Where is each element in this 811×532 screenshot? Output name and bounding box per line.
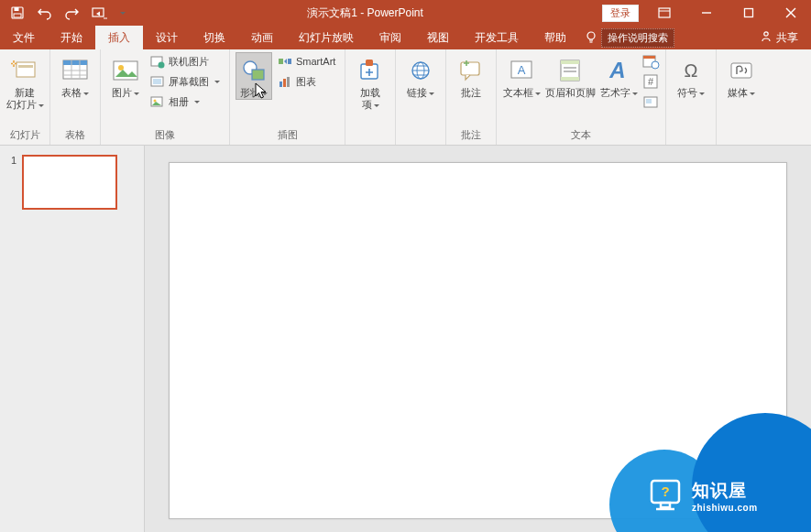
shapes-button[interactable]: 形状: [236, 52, 272, 100]
share-icon: [760, 30, 773, 46]
symbol-button[interactable]: Ω 符号: [672, 52, 710, 99]
watermark-text: 知识屋 zhishiwu.com: [692, 479, 758, 513]
slide-number-button[interactable]: #: [641, 72, 660, 91]
tab-review[interactable]: 审阅: [367, 26, 414, 49]
maximize-button[interactable]: [729, 0, 769, 26]
svg-rect-14: [16, 62, 35, 77]
svg-point-26: [159, 62, 165, 69]
redo-button[interactable]: [60, 2, 84, 24]
svg-rect-28: [153, 79, 161, 84]
undo-button[interactable]: [33, 2, 57, 24]
table-icon: [60, 56, 90, 85]
bulb-icon: [585, 30, 597, 46]
screenshot-button[interactable]: 屏幕截图: [147, 72, 224, 91]
close-button[interactable]: [771, 0, 811, 26]
tab-developer[interactable]: 开发工具: [462, 26, 532, 49]
chart-label: 图表: [296, 75, 316, 89]
watermark-cn: 知识屋: [692, 479, 758, 503]
svg-point-13: [764, 31, 768, 35]
svg-text:A: A: [518, 63, 526, 77]
group-links-label: [401, 140, 440, 145]
tab-view[interactable]: 视图: [414, 26, 462, 49]
group-illustrations: 形状 SmartArt 图表 插图: [230, 49, 345, 145]
object-button[interactable]: [641, 92, 660, 111]
svg-rect-36: [283, 79, 286, 87]
minimize-button[interactable]: [686, 0, 727, 26]
svg-text:#: #: [648, 76, 654, 87]
smartart-icon: [278, 54, 292, 69]
online-pictures-button[interactable]: 联机图片: [147, 52, 224, 71]
link-button[interactable]: 链接: [401, 52, 440, 99]
textbox-label: 文本框: [503, 87, 541, 99]
wordart-label: 艺术字: [600, 87, 638, 99]
svg-rect-7: [745, 9, 753, 17]
tell-me-label: 操作说明搜索: [601, 28, 674, 48]
thumbnail-item[interactable]: 1: [11, 155, 133, 210]
tab-insert[interactable]: 插入: [95, 26, 143, 49]
save-button[interactable]: [5, 2, 29, 24]
tab-home[interactable]: 开始: [48, 26, 95, 49]
textbox-button[interactable]: A 文本框: [502, 52, 541, 99]
chart-button[interactable]: 图表: [274, 72, 339, 91]
quick-access-toolbar: [0, 2, 128, 24]
cursor-icon: [255, 82, 269, 101]
tab-design[interactable]: 设计: [143, 26, 191, 49]
svg-rect-32: [252, 70, 264, 80]
online-pictures-icon: [150, 54, 165, 69]
online-pictures-label: 联机图片: [169, 55, 209, 69]
tab-slideshow[interactable]: 幻灯片放映: [286, 26, 367, 49]
textbox-icon: A: [507, 56, 536, 85]
header-footer-button[interactable]: 页眉和页脚: [542, 52, 597, 99]
new-slide-icon: [10, 56, 39, 85]
svg-rect-4: [659, 8, 670, 17]
login-button[interactable]: 登录: [602, 5, 639, 22]
media-button[interactable]: 媒体: [722, 52, 761, 99]
group-comments: 批注 批注: [446, 49, 497, 145]
share-button[interactable]: 共享: [760, 26, 798, 49]
table-button[interactable]: 表格: [56, 52, 94, 99]
pictures-button[interactable]: 图片: [106, 52, 145, 99]
tab-file[interactable]: 文件: [0, 26, 48, 49]
title-bar-controls: 登录: [602, 0, 811, 26]
thumbnail-number: 1: [11, 155, 16, 210]
new-slide-button[interactable]: 新建 幻灯片: [5, 52, 44, 111]
group-text-label: 文本: [502, 126, 660, 145]
tab-animations[interactable]: 动画: [238, 26, 286, 49]
watermark-url: zhishiwu.com: [692, 503, 758, 513]
photo-album-label: 相册: [169, 95, 189, 109]
ribbon: 新建 幻灯片 幻灯片 表格 表格 图片: [0, 49, 811, 146]
new-slide-label: 新建 幻灯片: [6, 87, 44, 111]
start-from-beginning-button[interactable]: [88, 2, 112, 24]
tell-me-search[interactable]: 操作说明搜索: [585, 26, 674, 49]
date-time-button[interactable]: [641, 52, 660, 71]
comment-icon: [456, 56, 486, 85]
svg-rect-34: [288, 59, 291, 64]
photo-album-button[interactable]: 相册: [147, 92, 224, 111]
svg-rect-51: [564, 67, 576, 69]
svg-text:Ω: Ω: [685, 60, 698, 81]
chart-icon: [278, 74, 292, 89]
qat-customize-button[interactable]: [115, 2, 128, 24]
tab-help[interactable]: 帮助: [532, 26, 579, 49]
symbol-label: 符号: [677, 87, 705, 99]
svg-rect-3: [93, 8, 104, 16]
svg-rect-50: [561, 77, 579, 81]
addins-button[interactable]: 加载 项: [351, 52, 389, 111]
thumbnail-preview[interactable]: [22, 155, 117, 210]
smartart-button[interactable]: SmartArt: [274, 52, 339, 71]
tab-transitions[interactable]: 切换: [191, 26, 238, 49]
svg-point-16: [13, 63, 15, 65]
svg-rect-2: [14, 14, 21, 17]
pictures-icon: [111, 56, 140, 85]
slide-thumbnail-pane[interactable]: 1: [0, 146, 145, 532]
watermark-icon: ?: [646, 477, 685, 514]
group-images-label: 图像: [106, 126, 224, 145]
svg-rect-39: [366, 60, 373, 66]
photo-album-icon: [150, 94, 165, 109]
date-time-icon: [643, 54, 658, 69]
comment-button[interactable]: 批注: [452, 52, 490, 99]
media-icon: [727, 56, 756, 85]
wordart-button[interactable]: A 艺术字: [599, 52, 638, 99]
comment-label: 批注: [461, 87, 481, 99]
ribbon-display-options-button[interactable]: [644, 0, 685, 26]
